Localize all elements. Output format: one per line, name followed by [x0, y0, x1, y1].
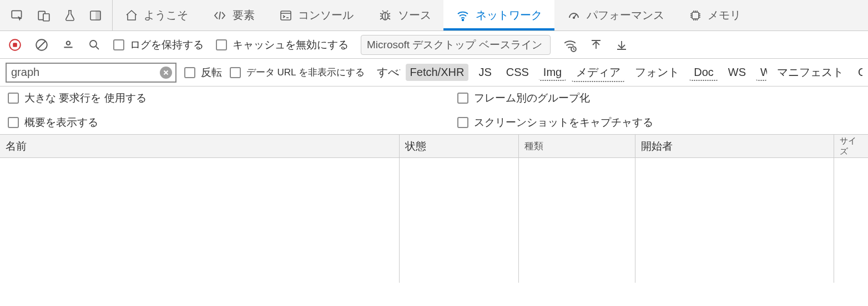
filter-type-fetch-xhr[interactable]: Fetch/XHR [406, 64, 469, 81]
devtools-tabstrip: ようこそ 要素 コンソール ソース ネットワーク [0, 0, 868, 31]
checkbox-label: キャッシュを無効にする [233, 38, 349, 52]
tab-performance[interactable]: パフォーマンス [554, 0, 677, 30]
svg-rect-2 [43, 13, 49, 21]
filter-input-container [6, 63, 176, 83]
svg-rect-11 [13, 43, 17, 47]
invert-checkbox[interactable]: 反転 [184, 65, 222, 80]
checkbox-icon [8, 117, 19, 128]
tab-label: パフォーマンス [587, 8, 664, 23]
filter-type-font[interactable]: フォント [630, 63, 684, 82]
svg-rect-5 [281, 11, 291, 20]
bug-icon [378, 9, 392, 22]
clear-button[interactable] [34, 38, 49, 52]
capture-screenshots-checkbox[interactable]: スクリーンショットをキャプチャする [457, 115, 860, 130]
checkbox-label: 反転 [201, 65, 222, 80]
checkbox-icon [457, 93, 468, 104]
tab-label: ソース [398, 8, 431, 23]
svg-rect-9 [692, 12, 699, 19]
column-header-name[interactable]: 名前 [0, 135, 400, 157]
filter-type-media[interactable]: メディア [572, 63, 625, 82]
filter-type-css[interactable]: CSS [502, 64, 533, 81]
filter-type-doc[interactable]: Doc [689, 64, 718, 81]
throttling-dropdown[interactable]: Microsoft デスクトップ ベースライン [361, 35, 551, 55]
network-table-body [0, 158, 868, 283]
checkbox-icon [457, 117, 468, 128]
filter-input[interactable] [11, 66, 160, 79]
checkbox-icon [8, 93, 19, 104]
column-header-initiator[interactable]: 開始者 [635, 135, 834, 157]
checkbox-icon [216, 39, 227, 50]
network-options: 大きな 要求行を 使用する フレーム別のグループ化 概要を表示する スクリーンシ… [0, 86, 868, 135]
checkbox-icon [230, 67, 241, 78]
filter-type-ws[interactable]: WS [724, 64, 750, 81]
filter-type-wasm[interactable]: Wasm [756, 64, 767, 81]
svg-rect-4 [96, 11, 100, 20]
brackets-icon [213, 9, 227, 22]
tab-console[interactable]: コンソール [267, 0, 366, 30]
show-overview-checkbox[interactable]: 概要を表示する [8, 115, 457, 130]
tab-label: ネットワーク [476, 8, 542, 23]
tab-sources[interactable]: ソース [366, 0, 443, 30]
filter-type-other[interactable]: Other [854, 64, 862, 81]
svg-rect-0 [12, 11, 21, 18]
svg-point-13 [67, 41, 70, 45]
checkbox-label: スクリーンショットをキャプチャする [474, 115, 653, 130]
disable-cache-checkbox[interactable]: キャッシュを無効にする [216, 38, 349, 52]
column-header-size[interactable]: サイズ [834, 135, 868, 157]
resource-type-filters: すべて Fetch/XHR JS CSS Img メディア フォント Doc W… [372, 63, 862, 82]
hide-data-urls-checkbox[interactable]: データ URL を非表示にする [230, 66, 365, 79]
network-conditions-icon[interactable] [563, 38, 577, 52]
tab-memory[interactable]: メモリ [677, 0, 753, 30]
checkbox-icon [184, 67, 195, 78]
chip-icon [689, 9, 702, 22]
tab-network[interactable]: ネットワーク [443, 0, 554, 30]
left-tool-icons [0, 0, 113, 30]
checkbox-label: ログを保持する [130, 38, 204, 52]
large-request-rows-checkbox[interactable]: 大きな 要求行を 使用する [8, 91, 457, 105]
preserve-log-checkbox[interactable]: ログを保持する [113, 38, 204, 52]
throttling-label: Microsoft デスクトップ ベースライン [367, 38, 542, 52]
tab-label: 要素 [233, 8, 255, 23]
export-har-icon[interactable] [615, 38, 628, 52]
search-icon[interactable] [88, 38, 101, 52]
svg-point-7 [462, 19, 464, 21]
checkbox-label: フレーム別のグループ化 [474, 91, 590, 105]
filter-bar: 反転 データ URL を非表示にする すべて Fetch/XHR JS CSS … [0, 59, 868, 86]
main-panel-tabs: ようこそ 要素 コンソール ソース ネットワーク [113, 0, 753, 30]
experiments-icon[interactable] [63, 9, 77, 22]
gauge-icon [567, 9, 581, 22]
filter-type-manifest[interactable]: マニフェスト [773, 63, 848, 82]
checkbox-label: 大きな 要求行を 使用する [24, 91, 147, 105]
group-by-frame-checkbox[interactable]: フレーム別のグループ化 [457, 91, 860, 105]
filter-type-js[interactable]: JS [474, 64, 496, 81]
svg-point-14 [90, 40, 97, 47]
tab-label: ようこそ [144, 8, 188, 23]
tab-label: メモリ [708, 8, 741, 23]
wifi-icon [456, 9, 470, 22]
import-har-icon[interactable] [589, 38, 603, 52]
tab-label: コンソール [298, 8, 354, 23]
network-table-header: 名前 状態 種類 開始者 サイズ [0, 135, 868, 158]
home-icon [125, 9, 138, 22]
inspect-element-icon[interactable] [10, 8, 24, 23]
svg-point-8 [573, 17, 574, 18]
dock-side-icon[interactable] [89, 9, 102, 22]
device-toolbar-icon[interactable] [37, 8, 51, 23]
filter-type-all[interactable]: すべて [372, 63, 400, 82]
network-toolbar: ログを保持する キャッシュを無効にする Microsoft デスクトップ ベース… [0, 31, 868, 59]
clear-filter-button[interactable] [160, 67, 172, 79]
tab-welcome[interactable]: ようこそ [113, 0, 200, 30]
checkbox-label: 概要を表示する [24, 115, 98, 130]
tab-elements[interactable]: 要素 [200, 0, 267, 30]
checkbox-icon [113, 39, 124, 50]
console-icon [279, 9, 292, 22]
column-header-type[interactable]: 種類 [519, 135, 635, 157]
checkbox-label: データ URL を非表示にする [246, 66, 365, 79]
filter-toggle-icon[interactable] [61, 38, 75, 52]
filter-type-img[interactable]: Img [539, 64, 566, 81]
record-button[interactable] [8, 38, 22, 52]
column-header-status[interactable]: 状態 [400, 135, 519, 157]
